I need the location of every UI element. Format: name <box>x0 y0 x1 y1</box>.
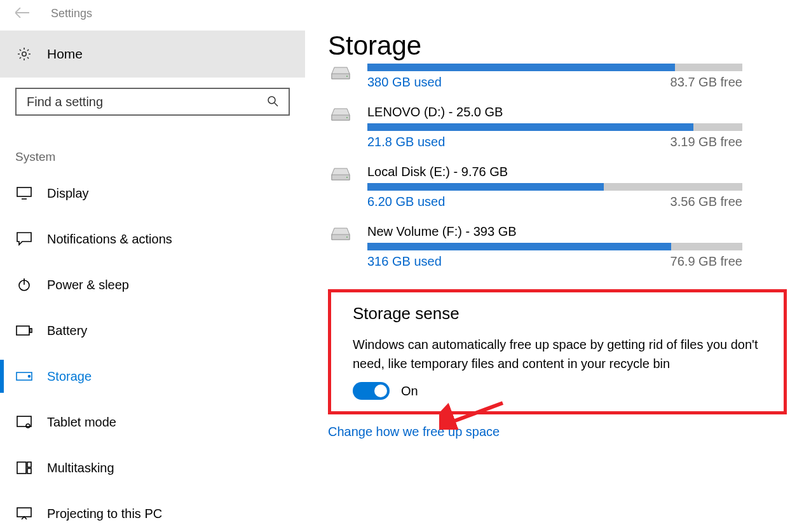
sidebar-item-label: Notifications & actions <box>47 232 172 247</box>
home-button[interactable]: Home <box>0 31 305 78</box>
drive-free: 3.19 GB free <box>671 135 742 149</box>
drive-used: 6.20 GB used <box>367 194 445 209</box>
drive-usage-bar <box>367 243 742 250</box>
drive-used: 21.8 GB used <box>367 135 445 149</box>
sidebar-item-power[interactable]: Power & sleep <box>0 262 305 308</box>
svg-point-1 <box>268 97 275 104</box>
sidebar-item-multitasking[interactable]: Multitasking <box>0 445 305 491</box>
drive-icon <box>328 224 367 243</box>
section-header: System <box>0 119 305 170</box>
drive-used: 380 GB used <box>367 75 442 90</box>
change-free-up-link[interactable]: Change how we free up space <box>328 425 787 439</box>
battery-icon <box>15 325 33 336</box>
gear-icon <box>15 46 33 62</box>
search-input[interactable]: Find a setting <box>15 88 290 116</box>
svg-rect-7 <box>17 326 29 335</box>
storage-icon <box>15 372 33 381</box>
sidebar-item-label: Display <box>47 186 89 201</box>
svg-point-12 <box>26 424 30 428</box>
svg-rect-8 <box>30 329 32 332</box>
svg-rect-3 <box>17 188 31 196</box>
sidebar-item-notifications[interactable]: Notifications & actions <box>0 216 305 262</box>
drive-name: New Volume (F:) - 393 GB <box>367 224 787 239</box>
sidebar-item-label: Battery <box>47 324 87 338</box>
svg-line-2 <box>275 103 278 106</box>
app-title: Settings <box>51 7 92 20</box>
drive-name: Local Disk (E:) - 9.76 GB <box>367 165 787 179</box>
drive-usage-bar <box>367 123 742 131</box>
svg-point-18 <box>346 76 348 77</box>
search-icon <box>267 95 278 109</box>
home-label: Home <box>47 46 83 62</box>
back-icon[interactable] <box>15 5 29 22</box>
projecting-icon <box>15 507 33 520</box>
power-icon <box>15 278 33 292</box>
drive-row[interactable]: New Volume (F:) - 393 GB316 GB used76.9 … <box>328 224 787 269</box>
storage-sense-section: Storage sense Windows can automatically … <box>328 289 787 414</box>
sidebar-item-display[interactable]: Display <box>0 170 305 216</box>
drive-row[interactable]: 380 GB used83.7 GB free <box>328 64 787 90</box>
toggle-state-label: On <box>401 384 418 399</box>
sidebar-item-storage[interactable]: Storage <box>0 353 305 399</box>
tablet-icon <box>15 416 33 428</box>
drive-row[interactable]: LENOVO (D:) - 25.0 GB21.8 GB used3.19 GB… <box>328 105 787 149</box>
sidebar-item-label: Tablet mode <box>47 415 116 430</box>
svg-rect-16 <box>17 508 31 517</box>
svg-point-22 <box>346 177 348 178</box>
sidebar-item-tablet[interactable]: Tablet mode <box>0 399 305 445</box>
drive-icon <box>328 165 367 183</box>
svg-point-20 <box>346 117 348 118</box>
storage-sense-toggle[interactable] <box>353 382 390 400</box>
drive-name: LENOVO (D:) - 25.0 GB <box>367 105 787 119</box>
storage-sense-title: Storage sense <box>353 304 765 324</box>
svg-point-10 <box>29 376 31 378</box>
sidebar-item-label: Power & sleep <box>47 278 129 292</box>
sidebar-item-label: Storage <box>47 369 92 384</box>
svg-point-24 <box>346 236 348 238</box>
drive-usage-bar <box>367 183 742 191</box>
sidebar-item-label: Multitasking <box>47 461 114 475</box>
search-placeholder: Find a setting <box>27 95 267 109</box>
drive-row[interactable]: Local Disk (E:) - 9.76 GB6.20 GB used3.5… <box>328 165 787 209</box>
svg-rect-14 <box>27 462 31 467</box>
drive-icon <box>328 105 367 123</box>
svg-rect-13 <box>17 462 26 474</box>
titlebar: Settings <box>0 0 790 31</box>
sidebar-item-projecting[interactable]: Projecting to this PC <box>0 491 305 532</box>
display-icon <box>15 187 33 200</box>
drive-icon <box>328 64 367 82</box>
sidebar-item-battery[interactable]: Battery <box>0 308 305 353</box>
sidebar: Home Find a setting System Display <box>0 31 305 532</box>
multitasking-icon <box>15 461 33 474</box>
chat-icon <box>15 232 33 246</box>
svg-line-25 <box>448 403 503 423</box>
svg-point-0 <box>22 52 26 56</box>
drive-used: 316 GB used <box>367 254 442 269</box>
sidebar-item-label: Projecting to this PC <box>47 507 162 521</box>
page-title: Storage <box>328 31 787 61</box>
drive-free: 83.7 GB free <box>671 75 742 90</box>
drive-usage-bar <box>367 64 742 71</box>
drive-free: 3.56 GB free <box>671 194 742 209</box>
drive-free: 76.9 GB free <box>671 254 742 269</box>
svg-rect-15 <box>27 468 31 474</box>
content: Storage 380 GB used83.7 GB freeLENOVO (D… <box>305 31 790 532</box>
storage-sense-description: Windows can automatically free up space … <box>353 335 765 373</box>
